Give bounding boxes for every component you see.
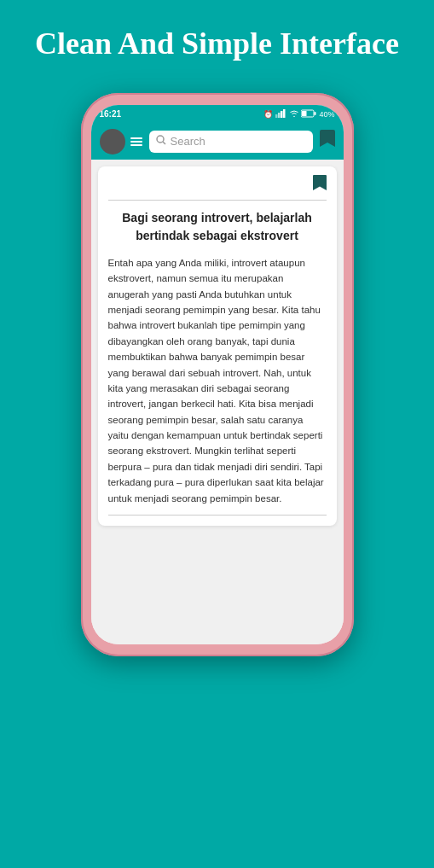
signal-bars-icon	[275, 109, 287, 119]
article-top-divider	[108, 200, 327, 201]
battery-icon	[301, 109, 316, 119]
status-bar: 16:21 ⏰	[91, 105, 344, 124]
content-area: Bagi seorang introvert, belajarlah berti…	[91, 160, 344, 644]
search-placeholder: Search	[171, 135, 205, 148]
search-box[interactable]: Search	[149, 131, 313, 153]
svg-rect-5	[315, 112, 316, 115]
status-right: ⏰	[263, 109, 334, 119]
wifi-icon	[290, 110, 298, 119]
article-bookmark-icon[interactable]	[108, 175, 327, 196]
phone-screen: 16:21 ⏰	[91, 105, 344, 644]
user-avatar	[100, 129, 125, 154]
svg-rect-2	[281, 111, 283, 118]
svg-rect-0	[275, 114, 278, 118]
svg-rect-1	[278, 113, 281, 118]
svg-point-7	[157, 136, 164, 143]
svg-rect-3	[283, 109, 286, 118]
article-card: Bagi seorang introvert, belajarlah berti…	[98, 166, 337, 526]
top-bookmark-icon[interactable]	[320, 130, 335, 153]
alarm-icon: ⏰	[263, 110, 273, 119]
search-icon	[156, 135, 166, 149]
article-body: Entah apa yang Anda miliki, introvert at…	[108, 255, 327, 506]
menu-icon[interactable]	[130, 137, 142, 146]
svg-rect-6	[302, 111, 307, 116]
app-header-title: Clean And Simple Interface	[1, 0, 433, 84]
app-bar: Search	[91, 124, 344, 160]
battery-percent: 40%	[319, 110, 334, 119]
phone-frame: 16:21 ⏰	[81, 93, 354, 656]
svg-line-8	[163, 142, 165, 144]
phone-mockup: 16:21 ⏰	[81, 93, 354, 656]
article-title: Bagi seorang introvert, belajarlah berti…	[108, 209, 327, 245]
status-time: 16:21	[100, 109, 122, 119]
article-bottom-divider	[108, 515, 327, 516]
